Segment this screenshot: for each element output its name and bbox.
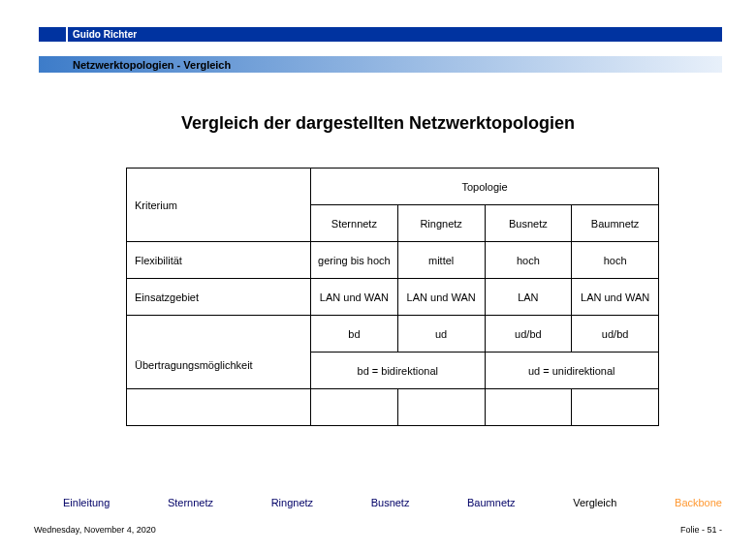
nav-busnetz[interactable]: Busnetz — [371, 497, 410, 508]
nav-einleitung[interactable]: Einleitung — [63, 497, 110, 508]
col-ringnetz: Ringnetz — [397, 205, 485, 242]
row-label: Übertragungsmöglichkeit — [127, 316, 311, 389]
row-label: Einsatzgebiet — [127, 279, 311, 316]
cell: LAN und WAN — [397, 279, 485, 316]
page-title: Vergleich der dargestellten Netzwerktopo… — [0, 113, 756, 134]
cell: mittel — [397, 242, 485, 279]
cell: LAN — [485, 279, 572, 316]
cell: hoch — [485, 242, 572, 279]
col-busnetz: Busnetz — [485, 205, 572, 242]
nav-vergleich[interactable]: Vergleich — [573, 497, 616, 508]
kriterium-header: Kriterium — [127, 169, 311, 242]
breadcrumb: Netzwerktopologien - Vergleich — [73, 59, 231, 71]
cell: LAN und WAN — [311, 279, 398, 316]
nav-bar: Einleitung Sternnetz Ringnetz Busnetz Ba… — [63, 497, 722, 508]
cell: gering bis hoch — [311, 242, 398, 279]
cell: hoch — [572, 242, 659, 279]
author-name: Guido Richter — [73, 29, 137, 40]
nav-backbone[interactable]: Backbone — [675, 497, 722, 508]
cell: ud — [397, 316, 485, 353]
decor-square-1 — [39, 27, 66, 42]
nav-sternnetz[interactable]: Sternnetz — [168, 497, 213, 508]
table-row: Flexibilität gering bis hoch mittel hoch… — [127, 242, 659, 279]
cell: ud/bd — [572, 316, 659, 353]
col-sternnetz: Sternnetz — [311, 205, 398, 242]
row-label: Flexibilität — [127, 242, 311, 279]
comparison-table: Kriterium Topologie Sternnetz Ringnetz B… — [126, 168, 659, 426]
footer: Wednesday, November 4, 2020 Folie - 51 - — [34, 525, 722, 535]
author-bar: Guido Richter — [68, 27, 722, 42]
header: Guido Richter Netzwerktopologien - Vergl… — [0, 0, 756, 79]
cell: ud/bd — [485, 316, 572, 353]
nav-baumnetz[interactable]: Baumnetz — [467, 497, 516, 508]
legend-bd: bd = bidirektional — [311, 353, 485, 389]
nav-ringnetz[interactable]: Ringnetz — [271, 497, 313, 508]
cell: bd — [311, 316, 398, 353]
legend-ud: ud = unidirektional — [485, 353, 659, 389]
topologie-header: Topologie — [311, 169, 659, 205]
col-baumnetz: Baumnetz — [572, 205, 659, 242]
empty-row — [127, 389, 659, 426]
breadcrumb-bar: Netzwerktopologien - Vergleich — [39, 56, 722, 73]
table-row: Einsatzgebiet LAN und WAN LAN und WAN LA… — [127, 279, 659, 316]
cell: LAN und WAN — [572, 279, 659, 316]
table-row: Übertragungsmöglichkeit bd ud ud/bd ud/b… — [127, 316, 659, 353]
footer-date: Wednesday, November 4, 2020 — [34, 525, 156, 535]
footer-page: Folie - 51 - — [680, 525, 722, 535]
